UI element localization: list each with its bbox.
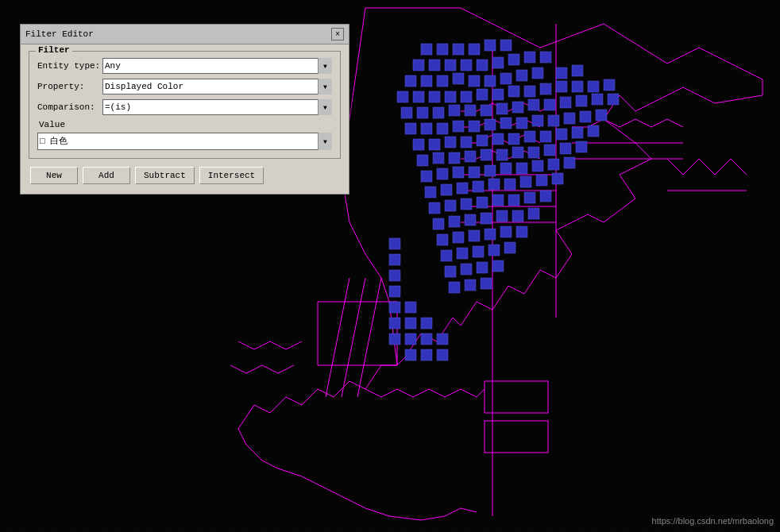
value-label: Value	[37, 120, 332, 129]
entity-type-row: Entity type: Any Line Circle Arc Polylin…	[37, 58, 332, 74]
filter-group-title: Filter	[36, 45, 72, 55]
filter-group: Filter Entity type: Any Line Circle Arc …	[29, 51, 341, 159]
property-label: Property:	[37, 82, 102, 91]
entity-type-label: Entity type:	[37, 61, 102, 71]
add-button[interactable]: Add	[83, 167, 130, 184]
filter-editor-dialog: Filter Editor × Filter Entity type: Any …	[20, 24, 349, 195]
comparison-label: Comparison:	[37, 102, 102, 112]
value-select[interactable]: □ 白色 ■ 红色 ■ 蓝色 ■ 绿色	[37, 133, 332, 150]
comparison-select[interactable]: =(is) !=(is not) <(less than) >(greater …	[102, 99, 332, 115]
value-row: Value □ 白色 ■ 红色 ■ 蓝色 ■ 绿色 ▼	[37, 120, 332, 150]
new-button[interactable]: New	[30, 167, 78, 184]
dialog-title: Filter Editor	[25, 29, 94, 39]
watermark-text: https://blog.csdn.net/mrbaolong	[652, 516, 774, 526]
dialog-titlebar: Filter Editor ×	[21, 25, 349, 44]
comparison-select-wrapper: =(is) !=(is not) <(less than) >(greater …	[102, 99, 332, 115]
comparison-row: Comparison: =(is) !=(is not) <(less than…	[37, 99, 332, 115]
subtract-button[interactable]: Subtract	[135, 167, 195, 184]
dialog-body: Filter Entity type: Any Line Circle Arc …	[21, 44, 349, 194]
property-select[interactable]: Displayed Color Layer Linetype Lineweigh…	[102, 79, 332, 94]
button-row: New Add Subtract Intersect	[29, 167, 341, 184]
entity-type-select-wrapper: Any Line Circle Arc Polyline Block ▼	[102, 58, 332, 74]
intersect-button[interactable]: Intersect	[199, 167, 264, 184]
watermark: https://blog.csdn.net/mrbaolong	[652, 516, 774, 526]
property-select-wrapper: Displayed Color Layer Linetype Lineweigh…	[102, 79, 332, 94]
close-button[interactable]: ×	[331, 28, 344, 40]
entity-type-select[interactable]: Any Line Circle Arc Polyline Block	[102, 58, 332, 74]
value-select-wrapper: □ 白色 ■ 红色 ■ 蓝色 ■ 绿色 ▼	[37, 133, 332, 150]
property-row: Property: Displayed Color Layer Linetype…	[37, 79, 332, 94]
